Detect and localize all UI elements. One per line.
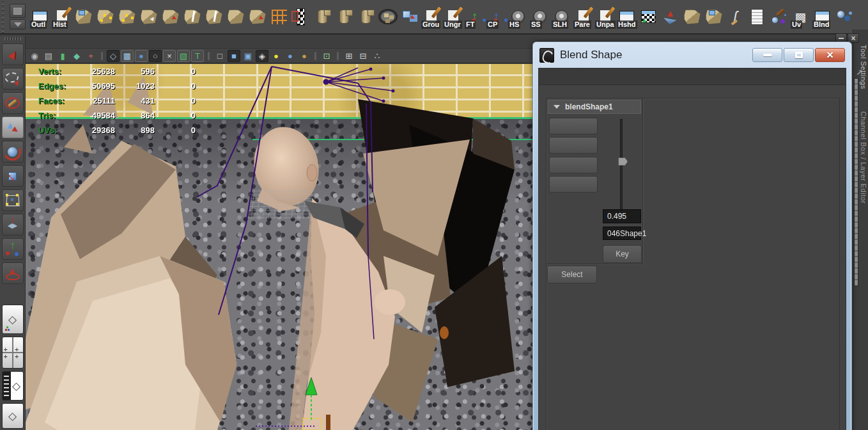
cylinder-shelf-button-2[interactable] — [334, 3, 355, 30]
default-lighting-icon[interactable]: ● — [270, 50, 283, 62]
blend-shape-menu-item[interactable] — [576, 75, 589, 79]
outliner-shelf-button[interactable]: Outl — [29, 3, 50, 30]
key-button[interactable]: Key — [603, 245, 642, 263]
toolbox-drag-handle[interactable] — [4, 37, 21, 40]
blend-shelf-button[interactable]: Blnd — [812, 3, 833, 30]
xray-icon[interactable]: ⊞ — [343, 50, 355, 62]
reset-all-button[interactable] — [549, 176, 598, 193]
select-button[interactable]: Select — [547, 266, 597, 283]
isolate-select-icon[interactable]: ⊡ — [320, 50, 333, 62]
outliner-persp-layout-button[interactable] — [2, 371, 24, 401]
move-tool[interactable] — [2, 116, 24, 138]
lasso-tool[interactable] — [2, 68, 24, 90]
field-chart-icon[interactable]: × — [163, 50, 176, 62]
hs-shelf-button[interactable]: HS — [508, 3, 529, 30]
four-pane-layout-button[interactable] — [2, 337, 24, 369]
safe-action-icon[interactable]: ▧ — [177, 50, 190, 62]
list-shelf-button[interactable] — [747, 3, 768, 30]
select-camera-icon[interactable]: ◉ — [28, 50, 41, 62]
blend-shape-titlebar[interactable]: Blend Shape × — [533, 42, 851, 68]
film-gate-icon[interactable]: ▦ — [121, 50, 134, 62]
close-button[interactable]: × — [815, 48, 845, 62]
poly-shelf-button-11[interactable] — [703, 3, 724, 30]
gate-mask-icon[interactable]: ○ — [149, 50, 162, 62]
render-checker-shelf-button[interactable] — [638, 3, 659, 30]
tab-tool-settings[interactable]: Tool Settings — [858, 45, 867, 89]
delete-button[interactable] — [549, 118, 598, 134]
weight-value-field[interactable]: 0.495 — [603, 209, 641, 223]
cylinder-shelf-button-3[interactable] — [355, 3, 376, 30]
key-all-button[interactable] — [549, 157, 598, 173]
poly-shelf-button-4[interactable] — [138, 3, 159, 30]
poly-shelf-button-3[interactable] — [116, 3, 137, 30]
textured-icon[interactable]: ◈ — [256, 50, 268, 62]
unparent-shelf-button[interactable]: Unpa — [594, 3, 616, 30]
viewport-menu-item[interactable] — [89, 41, 101, 44]
image-plane-icon[interactable]: ◆ — [70, 50, 83, 62]
slh-shelf-button[interactable]: SLH — [551, 3, 572, 30]
blue-light-icon[interactable]: ● — [284, 50, 297, 62]
dice-shelf-button[interactable] — [399, 3, 420, 30]
poly-shelf-button-7[interactable] — [203, 3, 224, 30]
all-lights-icon[interactable]: ● — [298, 50, 311, 62]
viewport-canvas[interactable]: Verts: 25638 596 0 Edges: 50695 1023 0 F… — [26, 64, 533, 430]
poly-shelf-button-9[interactable] — [247, 3, 268, 30]
freeze-transform-shelf-button[interactable]: FT — [464, 3, 485, 30]
lattice-shelf-button[interactable] — [268, 3, 290, 30]
weight-slider-handle[interactable] — [618, 157, 628, 166]
group-shelf-button[interactable]: Grou — [421, 3, 442, 30]
shared-nodes-icon[interactable]: ∴ — [371, 50, 384, 62]
blend-shape-menu-item[interactable] — [561, 75, 573, 79]
oval-poly-shelf-button[interactable] — [377, 3, 398, 30]
single-pane-layout-button[interactable] — [2, 305, 24, 334]
viewport-menu-item[interactable] — [47, 41, 59, 44]
show-manipulator-tool[interactable] — [2, 262, 24, 284]
poly-shelf-button-1[interactable] — [73, 3, 94, 30]
move-rotate-scale-tool[interactable] — [2, 238, 24, 260]
smooth-shade-icon[interactable]: ■ — [228, 50, 240, 62]
wireframe-on-shaded-icon[interactable]: ▣ — [242, 50, 254, 62]
weight-slider[interactable] — [620, 119, 623, 215]
blendshape-group-header[interactable]: blendShape1 — [548, 100, 641, 114]
viewport-menu-item[interactable] — [75, 41, 87, 44]
cylinder-shelf-button-1[interactable] — [312, 3, 333, 30]
viewport-menu-item[interactable] — [61, 41, 73, 44]
bookmark-icon[interactable]: ▮ — [56, 50, 69, 62]
add-base-button[interactable] — [549, 137, 598, 154]
shelf-menu-button[interactable] — [10, 19, 26, 29]
ss-shelf-button[interactable]: SS — [529, 3, 550, 30]
poly-shelf-button-10[interactable] — [681, 3, 702, 30]
backface-culling-icon[interactable]: ⊟ — [357, 50, 369, 62]
curve-brush-shelf-button[interactable] — [725, 3, 746, 30]
shelf-drag-handle[interactable] — [0, 0, 8, 34]
paint-shelf-button[interactable] — [768, 3, 789, 30]
parent-shelf-button[interactable]: Pare — [573, 3, 594, 30]
spheres-shelf-button[interactable] — [833, 3, 855, 30]
poly-shelf-button-5[interactable] — [160, 3, 181, 30]
select-tool[interactable] — [2, 44, 24, 65]
center-pivot-shelf-button[interactable]: CP — [486, 3, 507, 30]
history-shelf-button[interactable]: Hist — [51, 3, 72, 30]
tab-channel-box-layer-editor[interactable]: Channel Box / Layer Editor — [858, 111, 867, 203]
safe-title-icon[interactable]: T — [191, 50, 204, 62]
persp-layout-button[interactable] — [2, 403, 24, 429]
grid-toggle-icon[interactable]: ◇ — [107, 50, 120, 62]
pivot-icon[interactable]: + — [84, 50, 97, 62]
scale-tool[interactable] — [2, 165, 24, 187]
universal-manipulator-tool[interactable] — [2, 189, 24, 211]
hypershade-shelf-button[interactable]: Hshd — [616, 3, 637, 30]
uv-shelf-button[interactable]: Uv — [790, 3, 811, 30]
camera-attributes-icon[interactable]: ▤ — [42, 50, 55, 62]
blend-shape-menu-item[interactable] — [545, 75, 558, 79]
target-name-field[interactable]: 046Shape1 — [603, 227, 641, 240]
poly-shelf-button-6[interactable] — [182, 3, 203, 30]
viewport-menu-item[interactable] — [33, 41, 45, 44]
soft-modification-tool[interactable] — [2, 214, 24, 235]
poly-shelf-button-2[interactable] — [95, 3, 116, 30]
wireframe-icon[interactable]: □ — [213, 50, 226, 62]
ungroup-shelf-button[interactable]: Ungr — [442, 3, 463, 30]
poly-shelf-button-8[interactable] — [225, 3, 246, 30]
perspective-viewport[interactable]: ◉ ▤ ▮ ◆ + ◇ ▦ ● ○ × ▧ T □ ■ ▣ ◈ ● ● ● ⊡ … — [26, 36, 533, 430]
paint-selection-tool[interactable] — [2, 92, 24, 114]
viewport-menu-item[interactable] — [104, 41, 115, 44]
